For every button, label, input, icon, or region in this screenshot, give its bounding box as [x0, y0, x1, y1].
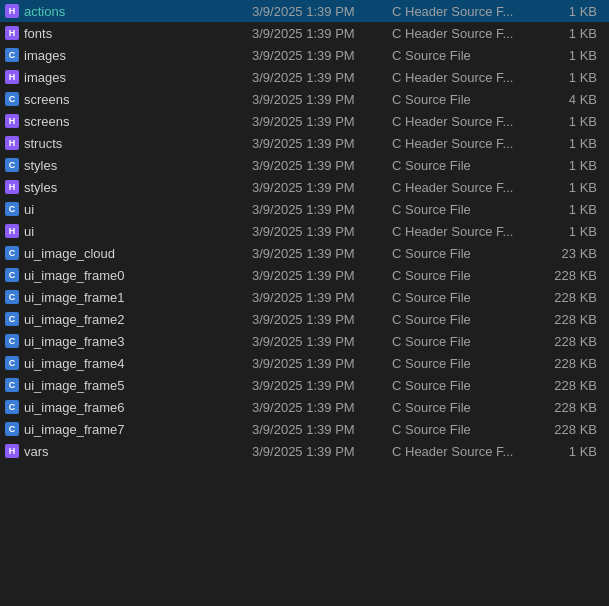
- h-header-icon: H: [4, 223, 20, 239]
- table-row[interactable]: C styles 3/9/2025 1:39 PM C Source File …: [0, 154, 609, 176]
- file-size: 1 KB: [545, 48, 605, 63]
- file-size: 1 KB: [545, 180, 605, 195]
- file-date: 3/9/2025 1:39 PM: [244, 422, 384, 437]
- file-name-col: C screens: [4, 91, 244, 107]
- file-date: 3/9/2025 1:39 PM: [244, 378, 384, 393]
- h-header-icon: H: [4, 135, 20, 151]
- file-size: 1 KB: [545, 202, 605, 217]
- file-name: fonts: [24, 26, 52, 41]
- table-row[interactable]: C ui_image_frame0 3/9/2025 1:39 PM C Sou…: [0, 264, 609, 286]
- table-row[interactable]: C ui_image_frame4 3/9/2025 1:39 PM C Sou…: [0, 352, 609, 374]
- file-type: C Header Source F...: [384, 180, 545, 195]
- file-size: 1 KB: [545, 158, 605, 173]
- file-size: 228 KB: [545, 422, 605, 437]
- c-source-icon: C: [4, 311, 20, 327]
- file-name: ui_image_frame0: [24, 268, 124, 283]
- file-name-col: C ui_image_frame5: [4, 377, 244, 393]
- table-row[interactable]: C ui_image_frame1 3/9/2025 1:39 PM C Sou…: [0, 286, 609, 308]
- table-row[interactable]: H ui 3/9/2025 1:39 PM C Header Source F.…: [0, 220, 609, 242]
- file-date: 3/9/2025 1:39 PM: [244, 312, 384, 327]
- file-name: ui_image_frame5: [24, 378, 124, 393]
- file-date: 3/9/2025 1:39 PM: [244, 4, 384, 19]
- table-row[interactable]: H fonts 3/9/2025 1:39 PM C Header Source…: [0, 22, 609, 44]
- table-row[interactable]: H screens 3/9/2025 1:39 PM C Header Sour…: [0, 110, 609, 132]
- file-name: actions: [24, 4, 65, 19]
- file-type: C Header Source F...: [384, 70, 545, 85]
- file-date: 3/9/2025 1:39 PM: [244, 246, 384, 261]
- file-name: ui_image_frame7: [24, 422, 124, 437]
- file-size: 1 KB: [545, 26, 605, 41]
- file-type: C Source File: [384, 334, 545, 349]
- file-type: C Header Source F...: [384, 136, 545, 151]
- file-name: styles: [24, 158, 57, 173]
- table-row[interactable]: C ui_image_frame2 3/9/2025 1:39 PM C Sou…: [0, 308, 609, 330]
- file-name: ui_image_frame3: [24, 334, 124, 349]
- file-name: ui_image_frame2: [24, 312, 124, 327]
- table-row[interactable]: H styles 3/9/2025 1:39 PM C Header Sourc…: [0, 176, 609, 198]
- file-type: C Source File: [384, 158, 545, 173]
- file-date: 3/9/2025 1:39 PM: [244, 158, 384, 173]
- file-size: 23 KB: [545, 246, 605, 261]
- file-size: 228 KB: [545, 312, 605, 327]
- table-row[interactable]: C images 3/9/2025 1:39 PM C Source File …: [0, 44, 609, 66]
- table-row[interactable]: C ui_image_cloud 3/9/2025 1:39 PM C Sour…: [0, 242, 609, 264]
- table-row[interactable]: C ui 3/9/2025 1:39 PM C Source File 1 KB: [0, 198, 609, 220]
- file-size: 228 KB: [545, 334, 605, 349]
- file-type: C Header Source F...: [384, 26, 545, 41]
- file-name: structs: [24, 136, 62, 151]
- file-type: C Source File: [384, 378, 545, 393]
- file-name-col: H styles: [4, 179, 244, 195]
- h-header-icon: H: [4, 25, 20, 41]
- file-name: ui_image_cloud: [24, 246, 115, 261]
- file-name: ui: [24, 202, 34, 217]
- file-type: C Header Source F...: [384, 4, 545, 19]
- table-row[interactable]: C ui_image_frame5 3/9/2025 1:39 PM C Sou…: [0, 374, 609, 396]
- table-row[interactable]: C ui_image_frame3 3/9/2025 1:39 PM C Sou…: [0, 330, 609, 352]
- file-type: C Header Source F...: [384, 114, 545, 129]
- file-date: 3/9/2025 1:39 PM: [244, 136, 384, 151]
- table-row[interactable]: C ui_image_frame6 3/9/2025 1:39 PM C Sou…: [0, 396, 609, 418]
- c-source-icon: C: [4, 201, 20, 217]
- file-date: 3/9/2025 1:39 PM: [244, 400, 384, 415]
- file-name: ui_image_frame6: [24, 400, 124, 415]
- file-name: vars: [24, 444, 49, 459]
- file-date: 3/9/2025 1:39 PM: [244, 48, 384, 63]
- file-name: screens: [24, 92, 70, 107]
- c-source-icon: C: [4, 267, 20, 283]
- table-row[interactable]: H vars 3/9/2025 1:39 PM C Header Source …: [0, 440, 609, 462]
- file-type: C Header Source F...: [384, 224, 545, 239]
- table-row[interactable]: H images 3/9/2025 1:39 PM C Header Sourc…: [0, 66, 609, 88]
- c-source-icon: C: [4, 399, 20, 415]
- c-source-icon: C: [4, 91, 20, 107]
- file-name: ui: [24, 224, 34, 239]
- c-source-icon: C: [4, 157, 20, 173]
- c-source-icon: C: [4, 355, 20, 371]
- file-name-col: C ui_image_frame1: [4, 289, 244, 305]
- file-type: C Header Source F...: [384, 444, 545, 459]
- file-type: C Source File: [384, 48, 545, 63]
- file-name: images: [24, 48, 66, 63]
- file-date: 3/9/2025 1:39 PM: [244, 444, 384, 459]
- file-name: screens: [24, 114, 70, 129]
- file-name-col: H screens: [4, 113, 244, 129]
- table-row[interactable]: C ui_image_frame7 3/9/2025 1:39 PM C Sou…: [0, 418, 609, 440]
- file-date: 3/9/2025 1:39 PM: [244, 180, 384, 195]
- table-row[interactable]: H structs 3/9/2025 1:39 PM C Header Sour…: [0, 132, 609, 154]
- file-name-col: C ui_image_frame3: [4, 333, 244, 349]
- file-date: 3/9/2025 1:39 PM: [244, 290, 384, 305]
- table-row[interactable]: H actions 3/9/2025 1:39 PM C Header Sour…: [0, 0, 609, 22]
- file-name: styles: [24, 180, 57, 195]
- file-name: ui_image_frame4: [24, 356, 124, 371]
- file-date: 3/9/2025 1:39 PM: [244, 268, 384, 283]
- file-type: C Source File: [384, 422, 545, 437]
- file-size: 1 KB: [545, 4, 605, 19]
- table-row[interactable]: C screens 3/9/2025 1:39 PM C Source File…: [0, 88, 609, 110]
- h-header-icon: H: [4, 179, 20, 195]
- file-name-col: H structs: [4, 135, 244, 151]
- file-type: C Source File: [384, 400, 545, 415]
- file-name-col: C ui_image_frame4: [4, 355, 244, 371]
- h-header-icon: H: [4, 113, 20, 129]
- file-name-col: H fonts: [4, 25, 244, 41]
- file-size: 1 KB: [545, 114, 605, 129]
- c-source-icon: C: [4, 377, 20, 393]
